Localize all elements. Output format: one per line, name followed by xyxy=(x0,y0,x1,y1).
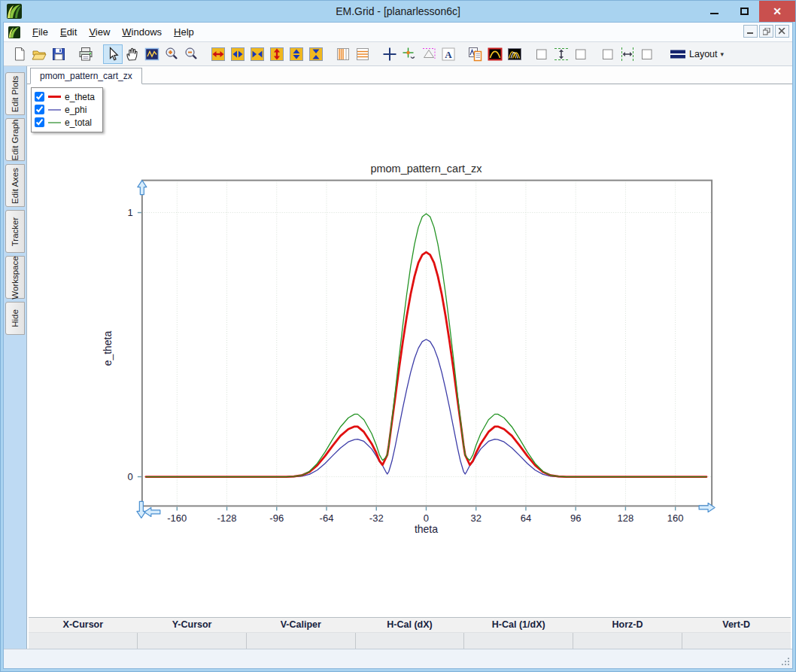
document-tab[interactable]: pmom_pattern_cart_zx xyxy=(30,68,142,84)
graph-style-multi-icon xyxy=(506,46,523,62)
stretch-horizontal-icon xyxy=(210,46,226,62)
layout-menu-icon xyxy=(670,46,686,62)
crosshair-cursor-button[interactable] xyxy=(380,44,400,64)
x-tick-label: -32 xyxy=(369,512,384,524)
readout-value xyxy=(682,633,791,649)
legend-checkbox-e_total[interactable] xyxy=(35,117,44,127)
horizontal-gridlines-button[interactable] xyxy=(353,44,372,64)
expand-horizontal-button[interactable] xyxy=(228,44,248,64)
text-annotation-icon: A xyxy=(440,46,457,62)
axis-pan-up-icon[interactable] xyxy=(138,181,147,195)
new-file-button[interactable] xyxy=(10,44,29,64)
cursor-readout-table: X-CursorY-CursorV-CaliperH-Cal (dX)H-Cal… xyxy=(29,617,791,649)
sidebar-tab-hide[interactable]: Hide xyxy=(5,302,25,335)
zoom-out-button[interactable] xyxy=(181,44,201,64)
select-arrow-icon xyxy=(105,46,121,62)
sidebar-tab-tracker[interactable]: Tracker xyxy=(5,210,25,253)
sync-box-b-button[interactable] xyxy=(571,44,591,64)
select-arrow-button[interactable] xyxy=(103,44,123,64)
readout-value xyxy=(573,633,682,649)
sidebar-tab-edit-graph[interactable]: Edit Graph xyxy=(5,118,25,161)
resize-grip[interactable] xyxy=(781,657,790,666)
maximize-button[interactable] xyxy=(729,1,759,22)
readout-value xyxy=(246,633,355,649)
graph-style-single-button[interactable] xyxy=(485,44,505,64)
expand-horizontal-icon xyxy=(229,46,246,62)
caliper-button[interactable] xyxy=(419,44,439,64)
new-file-icon xyxy=(11,46,28,62)
sync-box-a-button[interactable] xyxy=(532,44,551,64)
window-frame: FileEditViewWindowsHelp ALayout▾ Edit Pl… xyxy=(3,22,793,669)
readout-header: Vert-D xyxy=(682,618,791,632)
mdi-close-icon xyxy=(779,28,785,35)
plot-properties-icon xyxy=(467,46,484,62)
save-button[interactable] xyxy=(49,44,68,64)
zoom-in-icon xyxy=(163,46,180,62)
sidebar-tab-workspace[interactable]: Workspace xyxy=(5,256,25,299)
status-bar xyxy=(4,649,792,668)
axis-pan-down-icon[interactable] xyxy=(137,501,146,518)
close-button[interactable]: ✕ xyxy=(759,1,795,22)
zoom-window-button[interactable] xyxy=(142,44,162,64)
shrink-vertical-button[interactable] xyxy=(306,44,326,64)
readout-value xyxy=(29,633,137,649)
print-icon xyxy=(77,46,94,62)
x-tick-label: -160 xyxy=(167,512,187,524)
crosshair-cursor-icon xyxy=(381,46,398,62)
plot-canvas[interactable]: -160-128-96-64-32032649612816001pmom_pat… xyxy=(27,84,792,617)
pan-hand-button[interactable] xyxy=(123,44,142,64)
layout-menu-button[interactable]: Layout▾ xyxy=(664,44,729,64)
mdi-close-button[interactable] xyxy=(775,25,789,38)
axis-pan-left-icon[interactable] xyxy=(144,507,160,516)
sync-vertical-icon xyxy=(553,46,570,62)
plot-frame xyxy=(142,181,712,506)
y-tick-label: 1 xyxy=(128,207,133,218)
zoom-window-icon xyxy=(144,46,160,62)
vertical-gridlines-button[interactable] xyxy=(333,44,353,64)
legend-line-swatch xyxy=(48,109,61,111)
graph-style-multi-button[interactable] xyxy=(505,44,524,64)
legend-item-e_phi: e_phi xyxy=(35,103,95,116)
menu-view[interactable]: View xyxy=(83,24,116,40)
menu-windows[interactable]: Windows xyxy=(116,24,168,40)
sync-box-b-icon xyxy=(573,46,589,62)
stretch-vertical-button[interactable] xyxy=(267,44,287,64)
sidebar-tab-label: Hide xyxy=(11,309,20,327)
shrink-horizontal-button[interactable] xyxy=(248,44,267,64)
zoom-in-button[interactable] xyxy=(162,44,181,64)
menu-file[interactable]: File xyxy=(26,24,54,40)
menu-bar: FileEditViewWindowsHelp xyxy=(4,23,792,42)
legend-checkbox-e_phi[interactable] xyxy=(35,105,44,114)
mdi-minimize-button[interactable] xyxy=(743,25,758,38)
sidebar-tab-edit-plots[interactable]: Edit Plots xyxy=(5,72,25,115)
open-file-button[interactable] xyxy=(29,44,49,64)
chevron-down-icon: ▾ xyxy=(721,50,725,58)
print-button[interactable] xyxy=(76,44,96,64)
sync-box-c-button[interactable] xyxy=(598,44,618,64)
plot-properties-button[interactable] xyxy=(466,44,485,64)
layout-menu-label: Layout xyxy=(689,49,718,59)
stretch-horizontal-button[interactable] xyxy=(208,44,228,64)
menu-help[interactable]: Help xyxy=(168,24,200,40)
legend-label: e_phi xyxy=(65,105,87,115)
sync-box-d-button[interactable] xyxy=(637,44,657,64)
mdi-restore-button[interactable] xyxy=(759,25,773,38)
sync-horizontal-button[interactable] xyxy=(618,44,637,64)
text-annotation-button[interactable]: A xyxy=(439,44,458,64)
legend-checkbox-e_theta[interactable] xyxy=(35,92,44,102)
sidebar-tab-edit-axes[interactable]: Edit Axes xyxy=(5,164,25,207)
sync-vertical-button[interactable] xyxy=(551,44,571,64)
expand-vertical-button[interactable] xyxy=(287,44,306,64)
app-window: EM.Grid - [planarlesson6c] ✕ FileEditVie… xyxy=(0,0,796,672)
menu-edit[interactable]: Edit xyxy=(54,24,83,40)
readout-value xyxy=(355,633,464,649)
stretch-vertical-icon xyxy=(269,46,285,62)
app-logo-icon-small xyxy=(8,26,20,38)
minimize-button[interactable] xyxy=(699,1,729,22)
x-tick-label: 160 xyxy=(667,512,684,524)
open-file-icon xyxy=(31,46,47,62)
legend-line-swatch xyxy=(48,96,61,98)
graph-style-single-icon xyxy=(487,46,503,62)
legend-item-e_theta: e_theta xyxy=(35,90,95,103)
tracker-cursor-button[interactable] xyxy=(400,44,419,64)
